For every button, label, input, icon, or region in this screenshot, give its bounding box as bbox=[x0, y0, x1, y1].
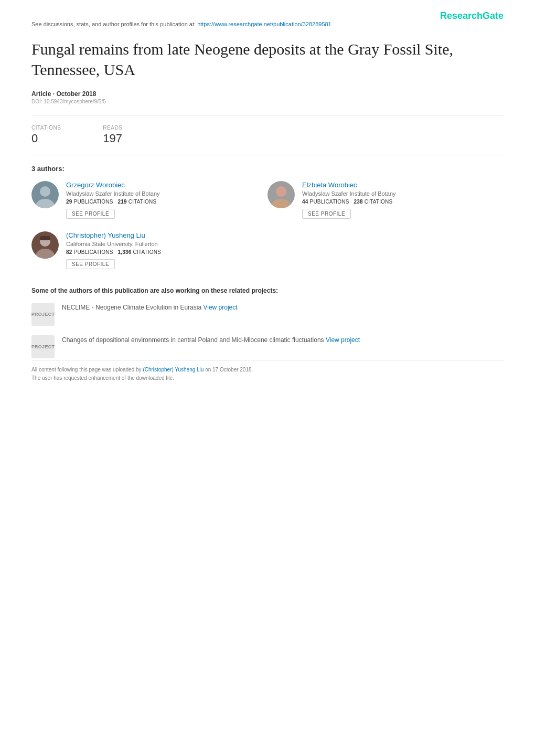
svg-rect-9 bbox=[40, 236, 50, 240]
reads-value: 197 bbox=[103, 132, 122, 145]
author-name-yusheng[interactable]: (Christopher) Yusheng Liu bbox=[66, 231, 493, 239]
reads-stat: READS 197 bbox=[103, 125, 122, 145]
avatar-yusheng bbox=[31, 231, 59, 259]
author-card-yusheng: (Christopher) Yusheng Liu California Sta… bbox=[31, 231, 504, 269]
project-badge-2: Project bbox=[31, 335, 55, 358]
footer-person-link[interactable]: (Christopher) Yusheng Liu bbox=[143, 367, 204, 372]
authors-grid: Grzegorz Worobiec Wladyslaw Szafer Insti… bbox=[31, 181, 504, 282]
article-title: Fungal remains from late Neogene deposit… bbox=[31, 39, 504, 80]
project-text-2: Changes of depositional environments in … bbox=[62, 335, 360, 345]
footer-line-1: All content following this page was uplo… bbox=[31, 367, 504, 372]
article-doi: DOI: 10.5943/mycosphere/9/5/5 bbox=[31, 99, 504, 104]
author-info-yusheng: (Christopher) Yusheng Liu California Sta… bbox=[66, 231, 493, 269]
reads-label: READS bbox=[103, 125, 122, 131]
author-affiliation-yusheng: California State University, Fullerton bbox=[66, 241, 493, 247]
author-card-grzegorz: Grzegorz Worobiec Wladyslaw Szafer Insti… bbox=[31, 181, 268, 219]
project-badge-1: Project bbox=[31, 303, 55, 326]
author-name-grzegorz[interactable]: Grzegorz Worobiec bbox=[66, 181, 257, 189]
related-projects-label: Some of the authors of this publication … bbox=[31, 287, 504, 294]
authors-section: 3 authors: Grzegorz Worobiec Wladyslaw S… bbox=[31, 165, 504, 282]
divider-1 bbox=[31, 115, 504, 115]
footer-section: All content following this page was uplo… bbox=[31, 360, 504, 384]
author-info-elzbieta: Elzbieta Worobiec Wladyslaw Szafer Insti… bbox=[302, 181, 493, 219]
see-profile-button-yusheng[interactable]: SEE PROFILE bbox=[66, 259, 115, 269]
publication-url[interactable]: https://www.researchgate.net/publication… bbox=[197, 21, 331, 27]
author-stats-elzbieta: 44 PUBLICATIONS 238 CITATIONS bbox=[302, 199, 493, 205]
authors-label: 3 authors: bbox=[31, 165, 504, 173]
researchgate-logo: ResearchGate bbox=[440, 10, 504, 22]
author-name-elzbieta[interactable]: Elzbieta Worobiec bbox=[302, 181, 493, 189]
svg-point-4 bbox=[276, 186, 286, 197]
related-projects-section: Some of the authors of this publication … bbox=[31, 287, 504, 358]
project-item-2: Project Changes of depositional environm… bbox=[31, 335, 504, 358]
author-affiliation-elzbieta: Wladyslaw Szafer Institute of Botany bbox=[302, 190, 493, 197]
avatar-elzbieta bbox=[268, 181, 295, 208]
author-stats-grzegorz: 29 PUBLICATIONS 219 CITATIONS bbox=[66, 199, 257, 205]
see-profile-button-grzegorz[interactable]: SEE PROFILE bbox=[66, 209, 115, 219]
citations-label: CITATIONS bbox=[31, 125, 61, 131]
project-item-1: Project NECLIME - Neogene Climate Evolut… bbox=[31, 303, 504, 326]
divider-2 bbox=[31, 155, 504, 155]
citations-stat: CITATIONS 0 bbox=[31, 125, 61, 145]
stats-row: CITATIONS 0 READS 197 bbox=[31, 125, 504, 145]
svg-point-1 bbox=[40, 186, 50, 197]
view-project-link-1[interactable]: View project bbox=[203, 304, 237, 311]
author-card-elzbieta: Elzbieta Worobiec Wladyslaw Szafer Insti… bbox=[268, 181, 504, 219]
author-info-grzegorz: Grzegorz Worobiec Wladyslaw Szafer Insti… bbox=[66, 181, 257, 219]
top-link: See discussions, stats, and author profi… bbox=[31, 21, 504, 27]
author-affiliation-grzegorz: Wladyslaw Szafer Institute of Botany bbox=[66, 190, 257, 197]
project-text-1: NECLIME - Neogene Climate Evolution in E… bbox=[62, 303, 238, 312]
see-profile-button-elzbieta[interactable]: SEE PROFILE bbox=[302, 209, 351, 219]
author-stats-yusheng: 82 PUBLICATIONS 1,336 CITATIONS bbox=[66, 249, 493, 255]
article-type: Article · October 2018 bbox=[31, 90, 504, 98]
footer-divider bbox=[31, 360, 504, 360]
footer-line-2: The user has requested enhancement of th… bbox=[31, 375, 504, 381]
citations-value: 0 bbox=[31, 132, 61, 145]
avatar-grzegorz bbox=[31, 181, 59, 208]
view-project-link-2[interactable]: View project bbox=[326, 336, 360, 344]
